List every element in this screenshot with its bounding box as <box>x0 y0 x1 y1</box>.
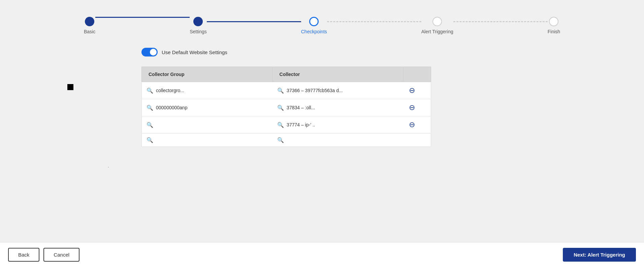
search-icon: 🔍 <box>277 105 284 111</box>
search-icon: 🔍 <box>277 137 284 143</box>
checkpoints-table: Collector Group Collector 🔍 collectorgro… <box>141 67 431 147</box>
step-label-finish: Finish <box>548 29 560 34</box>
connector-4 <box>453 21 548 22</box>
svg-point-0 <box>88 20 91 23</box>
remove-button-2[interactable]: ⊖ <box>408 103 416 113</box>
step-label-basic: Basic <box>84 29 95 34</box>
connector-3 <box>327 21 421 22</box>
group-cell-1: 🔍 collectorgro... <box>142 82 273 99</box>
column-header-group: Collector Group <box>142 67 273 82</box>
step-checkpoints: Checkpoints <box>301 17 327 34</box>
stepper: Basic Settings Checkpoints Alert Trigger… <box>13 10 631 34</box>
search-icon: 🔍 <box>147 87 153 94</box>
step-finish: Finish <box>548 17 560 34</box>
search-icon: 🔍 <box>277 122 284 128</box>
table-header-row: Collector Group Collector <box>142 67 431 82</box>
use-default-settings-section: Use Default Website Settings <box>141 48 631 56</box>
step-alert-triggering: Alert Triggering <box>421 17 453 34</box>
checkpoints-table-container: Collector Group Collector 🔍 collectorgro… <box>141 67 431 147</box>
search-icon: 🔍 <box>147 122 153 128</box>
step-settings: Settings <box>190 17 207 34</box>
remove-button-1[interactable]: ⊖ <box>408 85 416 96</box>
toggle-switch[interactable] <box>141 48 158 56</box>
action-cell-1: ⊖ <box>404 82 431 99</box>
table-row: 🔍 🔍 37774 – ip-' .. ⊖ <box>142 116 431 134</box>
collector-value-1: 37366 – 39777fcb563a d... <box>287 88 343 93</box>
black-square-decoration <box>67 84 73 90</box>
footer: Back Cancel Next: Alert Triggering <box>0 242 644 267</box>
step-basic: Basic <box>84 17 95 34</box>
step-label-checkpoints: Checkpoints <box>301 29 327 34</box>
toggle-slider <box>141 48 158 56</box>
connector-2 <box>207 21 301 22</box>
footer-left-actions: Back Cancel <box>8 248 79 262</box>
collector-value-2: 37834 – :oll... <box>287 105 315 110</box>
column-header-collector: Collector <box>272 67 404 82</box>
search-icon: 🔍 <box>147 137 153 143</box>
table-row: 🔍 🔍 <box>142 134 431 147</box>
collector-cell-4: 🔍 <box>272 134 404 147</box>
table-row: 🔍 collectorgro... 🔍 37366 – 39777fcb563a… <box>142 82 431 99</box>
collector-cell-1: 🔍 37366 – 39777fcb563a d... <box>272 82 404 99</box>
step-circle-alert-triggering <box>432 17 442 26</box>
column-header-action <box>404 67 431 82</box>
step-circle-finish <box>549 17 558 26</box>
action-cell-3: ⊖ <box>404 116 431 134</box>
search-icon: 🔍 <box>147 105 153 111</box>
collector-cell-2: 🔍 37834 – :oll... <box>272 99 404 116</box>
connector-1 <box>95 17 190 18</box>
step-circle-settings <box>193 17 203 26</box>
back-button[interactable]: Back <box>8 248 39 262</box>
group-cell-2: 🔍 000000000anp <box>142 99 273 116</box>
collector-cell-3: 🔍 37774 – ip-' .. <box>272 116 404 134</box>
group-cell-4: 🔍 <box>142 134 273 147</box>
step-label-alert-triggering: Alert Triggering <box>421 29 453 34</box>
remove-button-3[interactable]: ⊖ <box>408 120 416 130</box>
cancel-button[interactable]: Cancel <box>43 248 79 262</box>
search-icon: 🔍 <box>277 87 284 94</box>
group-value-1: collectorgro... <box>156 88 184 93</box>
svg-point-1 <box>196 20 200 23</box>
action-cell-2: ⊖ <box>404 99 431 116</box>
toggle-label: Use Default Website Settings <box>162 49 227 55</box>
step-label-settings: Settings <box>190 29 207 34</box>
dot-label: . <box>108 164 109 168</box>
action-cell-4 <box>404 134 431 147</box>
table-row: 🔍 000000000anp 🔍 37834 – :oll... ⊖ <box>142 99 431 116</box>
group-value-2: 000000000anp <box>156 105 187 110</box>
step-circle-checkpoints <box>309 17 319 26</box>
step-circle-basic <box>85 17 94 26</box>
next-button[interactable]: Next: Alert Triggering <box>563 248 636 262</box>
collector-value-3: 37774 – ip-' .. <box>287 122 315 127</box>
group-cell-3: 🔍 <box>142 116 273 134</box>
